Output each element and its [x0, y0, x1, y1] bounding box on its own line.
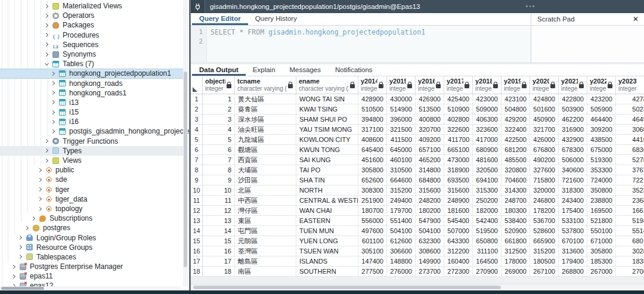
- grid-cell[interactable]: 425400: [444, 94, 473, 104]
- grid-cell[interactable]: 179400: [559, 256, 587, 267]
- row-number[interactable]: 11: [191, 196, 203, 206]
- grid-cell[interactable]: 西貢區: [235, 155, 296, 165]
- grid-cell[interactable]: 灣仔區: [235, 206, 296, 216]
- tree-item-subscriptions[interactable]: Subscriptions: [0, 213, 183, 223]
- chevron-icon[interactable]: [18, 255, 23, 259]
- scratch-pad-body[interactable]: [531, 26, 644, 62]
- grid-cell[interactable]: 422800: [559, 94, 587, 104]
- grid-cell[interactable]: 249400: [387, 196, 416, 206]
- grid-cell[interactable]: 309200: [587, 125, 616, 135]
- grid-cell[interactable]: 7: [203, 155, 235, 165]
- chevron-icon[interactable]: [45, 52, 49, 57]
- chevron-icon[interactable]: [38, 168, 42, 172]
- grid-cell[interactable]: 451600: [358, 155, 387, 165]
- tree-item-postgres[interactable]: postgres: [0, 223, 183, 233]
- select-all-corner[interactable]: [191, 76, 203, 94]
- grid-cell[interactable]: 536700: [530, 216, 559, 226]
- grid-cell[interactable]: 485500: [501, 155, 530, 165]
- grid-cell[interactable]: 681200: [501, 145, 530, 155]
- connection-icon[interactable]: [191, 0, 205, 13]
- grid-cell[interactable]: 519300: [587, 155, 616, 165]
- grid-cell[interactable]: 423100: [501, 94, 530, 104]
- grid-cell[interactable]: 438500: [587, 135, 616, 145]
- grid-cell[interactable]: 340600: [559, 165, 587, 175]
- grid-cell[interactable]: 327600: [530, 165, 559, 175]
- grid-cell[interactable]: 268800: [559, 267, 587, 277]
- column-header-y2021[interactable]: y2021 integer: [559, 76, 587, 94]
- grid-cell[interactable]: 671000: [587, 236, 616, 246]
- row-number[interactable]: 5: [191, 135, 203, 145]
- grid-horizontal-scrollbar[interactable]: [191, 284, 644, 290]
- tree-item-tables-7-[interactable]: Tables (7): [0, 59, 183, 69]
- grid-cell[interactable]: 680900: [473, 145, 501, 155]
- grid-cell[interactable]: 408600: [358, 135, 387, 145]
- grid-cell[interactable]: 396000: [387, 114, 416, 125]
- grid-cell[interactable]: 182000: [473, 206, 501, 216]
- grid-cell[interactable]: 元朗區: [235, 236, 296, 246]
- tab-query-history[interactable]: Query History: [248, 13, 304, 25]
- grid-cell[interactable]: 9: [203, 175, 235, 185]
- grid-cell[interactable]: 323600: [473, 125, 501, 135]
- grid-cell[interactable]: 510500: [358, 104, 387, 114]
- tree-item-sequences[interactable]: Sequences: [0, 40, 183, 49]
- grid-cell[interactable]: 464900: [616, 114, 644, 125]
- grid-cell[interactable]: 178000: [501, 256, 530, 267]
- grid-cell[interactable]: 178200: [530, 206, 559, 216]
- chevron-icon[interactable]: [45, 33, 49, 37]
- grid-cell[interactable]: 450900: [530, 114, 559, 125]
- grid-cell[interactable]: 321700: [530, 125, 559, 135]
- grid-cell[interactable]: 272300: [444, 267, 473, 277]
- grid-cell[interactable]: 675000: [587, 145, 616, 155]
- grid-cell[interactable]: 4: [203, 125, 235, 135]
- grid-cell[interactable]: 665900: [530, 236, 559, 246]
- grid-cell[interactable]: 504800: [501, 104, 530, 114]
- grid-cell[interactable]: 中西區: [235, 196, 296, 206]
- grid-cell[interactable]: 657100: [416, 145, 444, 155]
- grid-cell[interactable]: 11: [203, 196, 235, 206]
- chevron-icon[interactable]: [25, 226, 29, 230]
- grid-cell[interactable]: 10: [203, 185, 235, 196]
- grid-cell[interactable]: 302800: [616, 246, 644, 256]
- grid-cell[interactable]: 18: [203, 267, 235, 277]
- grid-cell[interactable]: 538400: [501, 216, 530, 226]
- grid-cell[interactable]: 490200: [530, 155, 559, 165]
- grid-cell[interactable]: 270600: [616, 267, 644, 277]
- tree-item-hongkong-roads[interactable]: hongkong_roads: [0, 79, 183, 88]
- grid-cell[interactable]: 427800: [616, 94, 644, 104]
- grid-cell[interactable]: 166100: [616, 206, 644, 216]
- grid-cell[interactable]: 6: [203, 145, 235, 155]
- grid-cell[interactable]: 652600: [358, 175, 387, 185]
- grid-cell[interactable]: 411700: [444, 135, 473, 145]
- row-number[interactable]: 9: [191, 175, 203, 185]
- grid-cell[interactable]: 411500: [387, 135, 416, 145]
- grid-cell[interactable]: 248900: [444, 196, 473, 206]
- grid-cell[interactable]: ISLANDS: [296, 256, 358, 267]
- grid-cell[interactable]: 504100: [387, 226, 416, 236]
- tab-notifications[interactable]: Notifications: [328, 64, 380, 76]
- chevron-icon[interactable]: [45, 159, 49, 163]
- sidebar-vertical-scrollbar-thumb[interactable]: [184, 72, 187, 267]
- grid-cell[interactable]: 238800: [587, 196, 616, 206]
- grid-cell[interactable]: 353300: [587, 165, 616, 175]
- grid-cell[interactable]: 246800: [530, 196, 559, 206]
- grid-cell[interactable]: 441000: [616, 135, 644, 145]
- grid-cell[interactable]: 520900: [501, 226, 530, 236]
- grid-cell[interactable]: 542400: [473, 216, 501, 226]
- column-header-y2018[interactable]: y2018 integer: [473, 76, 501, 94]
- grid-cell[interactable]: KOWLOON CITY: [296, 135, 358, 145]
- grid-cell[interactable]: 大埔區: [235, 165, 296, 175]
- grid-cell[interactable]: 320000: [530, 185, 559, 196]
- row-number[interactable]: 13: [191, 216, 203, 226]
- tree-item-sde[interactable]: sde: [0, 175, 183, 184]
- chevron-icon[interactable]: [51, 110, 55, 114]
- row-number[interactable]: 10: [191, 185, 203, 196]
- grid-cell[interactable]: 318900: [444, 165, 473, 175]
- grid-cell[interactable]: 318300: [559, 185, 587, 196]
- tree-item-packages[interactable]: Packages: [0, 20, 183, 30]
- grid-cell[interactable]: 17: [203, 256, 235, 267]
- grid-cell[interactable]: 180500: [530, 256, 559, 267]
- grid-cell[interactable]: 248700: [501, 196, 530, 206]
- grid-cell[interactable]: 417000: [473, 135, 501, 145]
- grid-cell[interactable]: 422500: [501, 135, 530, 145]
- grid-cell[interactable]: TUEN MUN: [296, 226, 358, 236]
